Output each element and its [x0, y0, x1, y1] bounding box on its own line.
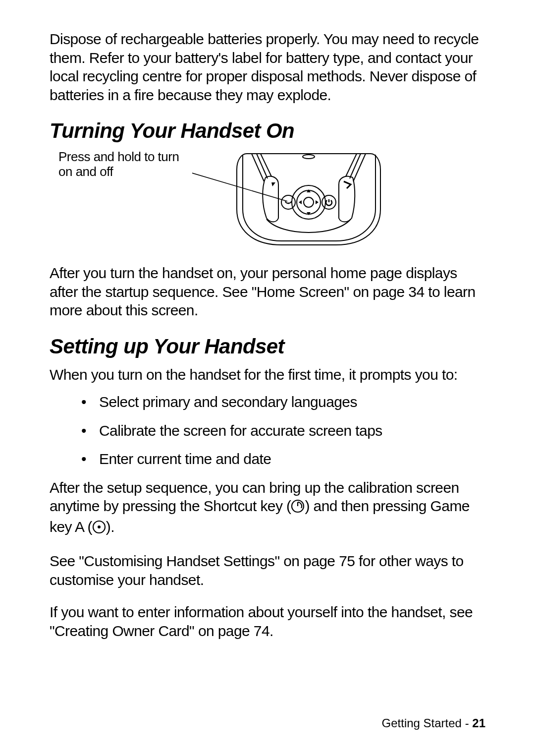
manual-page: Dispose of rechargeable batteries proper…: [0, 0, 535, 756]
handset-diagram: [192, 150, 425, 249]
turn-on-diagram-row: Press and hold to turn on and off: [50, 150, 485, 249]
list-item: Select primary and secondary languages: [79, 393, 485, 411]
owner-card-paragraph: If you want to enter information about y…: [50, 603, 485, 640]
list-item: Calibrate the screen for accurate screen…: [79, 421, 485, 440]
svg-point-11: [287, 202, 289, 204]
svg-line-3: [261, 154, 271, 176]
power-button-callout: Press and hold to turn on and off: [58, 150, 187, 179]
svg-point-8: [303, 155, 315, 159]
svg-point-22: [98, 525, 101, 528]
svg-marker-18: [316, 200, 319, 204]
svg-marker-17: [299, 200, 302, 204]
heading-setting-up: Setting up Your Handset: [50, 335, 485, 358]
handset-svg: [192, 150, 425, 249]
after-setup-paragraph: After the setup sequence, you can bring …: [50, 478, 485, 538]
shortcut-key-icon: [291, 499, 305, 518]
svg-point-9: [281, 195, 295, 209]
setup-bullet-list: Select primary and secondary languages C…: [50, 393, 485, 468]
setup-intro-paragraph: When you turn on the handset for the fir…: [50, 365, 485, 384]
customise-paragraph: See "Customising Handset Settings" on pa…: [50, 552, 485, 589]
svg-line-6: [346, 154, 357, 176]
heading-turning-on: Turning Your Handset On: [50, 119, 485, 143]
page-footer: Getting Started - 21: [382, 716, 485, 730]
after-turn-on-paragraph: After you turn the handset on, your pers…: [50, 264, 485, 320]
svg-point-14: [304, 197, 314, 207]
footer-page-number: 21: [472, 716, 485, 730]
list-item: Enter current time and date: [79, 450, 485, 468]
callout-column: Press and hold to turn on and off: [50, 150, 187, 179]
game-key-a-icon: [92, 520, 106, 538]
intro-paragraph: Dispose of rechargeable batteries proper…: [50, 30, 485, 104]
footer-section: Getting Started -: [382, 716, 473, 730]
after-setup-post: ).: [106, 519, 114, 535]
